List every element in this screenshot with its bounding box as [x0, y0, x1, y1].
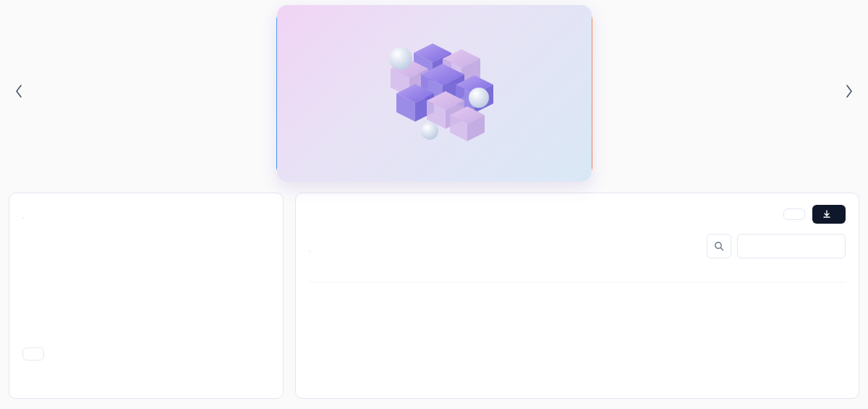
balances-panel — [9, 193, 284, 399]
download-button[interactable] — [812, 205, 846, 224]
svg-point-2 — [421, 122, 438, 140]
balances-chart — [22, 233, 270, 334]
featured-card[interactable] — [277, 5, 592, 182]
cube-art-icon — [277, 5, 592, 182]
svg-point-0 — [389, 47, 412, 70]
carousel-prev-button[interactable] — [10, 83, 27, 100]
carousel-next-button[interactable] — [841, 83, 858, 100]
transactions-panel — [295, 193, 859, 399]
balances-range-tabs — [22, 217, 24, 219]
balances-view-report-button[interactable] — [22, 347, 44, 360]
transactions-view-report-button[interactable] — [783, 208, 805, 220]
search-icon[interactable] — [707, 234, 731, 258]
carousel — [0, 0, 868, 182]
transactions-filter-tabs — [309, 250, 310, 252]
svg-point-1 — [469, 88, 489, 108]
card-stack — [277, 5, 592, 182]
table-header — [309, 267, 846, 282]
search-input[interactable] — [737, 234, 846, 258]
download-icon — [822, 210, 831, 219]
